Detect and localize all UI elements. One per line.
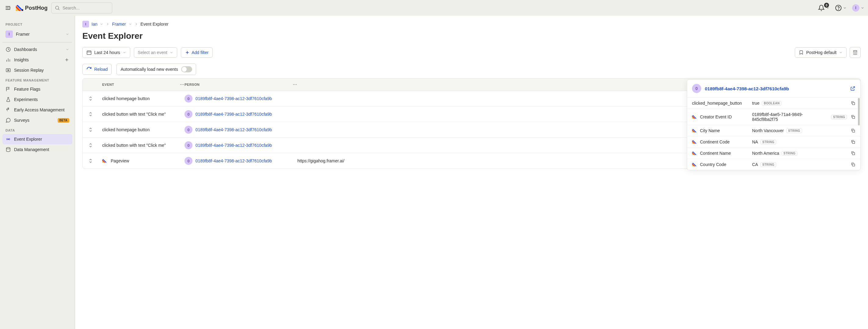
copy-button[interactable] xyxy=(850,101,856,106)
sidebar: PROJECT I Framer Dashboards Insights Ses… xyxy=(0,16,75,329)
header-person: PERSON xyxy=(185,83,199,86)
property-type-tag: STRING xyxy=(831,115,847,119)
saved-config-label: PostHog default xyxy=(806,50,837,55)
chevron-down-icon xyxy=(843,6,847,10)
auto-load-toggle[interactable] xyxy=(181,66,192,72)
project-switcher[interactable]: I Framer xyxy=(2,28,72,40)
page-title: Event Explorer xyxy=(82,31,861,41)
svg-rect-39 xyxy=(852,153,855,155)
expand-row-button[interactable] xyxy=(88,143,94,148)
sidebar-item-label: Surveys xyxy=(14,118,30,123)
open-external-icon[interactable] xyxy=(850,86,856,91)
saved-config-button[interactable]: PostHog default xyxy=(795,47,847,58)
expand-row-button[interactable] xyxy=(88,96,94,101)
event-name: clicked homepage button xyxy=(102,127,150,132)
sidebar-item-dashboards[interactable]: Dashboards xyxy=(2,44,72,55)
property-row: Creator Event ID0189fb8f-4ae5-71a4-9849-… xyxy=(687,109,860,125)
filters-row: Last 24 hours Select an event Add filter… xyxy=(82,47,861,58)
user-menu-button[interactable]: I xyxy=(852,4,864,11)
posthog-mini-icon xyxy=(692,151,696,155)
rocket-icon xyxy=(5,107,11,113)
hamburger-icon xyxy=(5,5,11,11)
copy-button[interactable] xyxy=(850,140,856,144)
svg-marker-15 xyxy=(8,69,9,71)
chevron-down-icon[interactable] xyxy=(128,22,132,26)
plus-icon xyxy=(185,50,190,55)
copy-button[interactable] xyxy=(850,162,856,167)
copy-button[interactable] xyxy=(850,115,856,119)
sidebar-item-early-access[interactable]: Early Access Management xyxy=(2,105,72,115)
property-value: North America xyxy=(752,151,779,156)
plus-icon[interactable] xyxy=(64,57,69,62)
svg-rect-40 xyxy=(852,164,855,166)
sidebar-item-surveys[interactable]: Surveys BETA xyxy=(2,115,72,125)
sidebar-item-event-explorer[interactable]: Event Explorer xyxy=(2,134,72,144)
menu-toggle-button[interactable] xyxy=(4,4,12,12)
svg-rect-3 xyxy=(22,9,23,11)
global-search-input[interactable]: Search... xyxy=(51,2,112,13)
sidebar-item-insights[interactable]: Insights xyxy=(2,55,72,65)
chevron-down-icon[interactable] xyxy=(100,22,103,26)
add-filter-button[interactable]: Add filter xyxy=(181,47,212,58)
property-key: Continent Name xyxy=(692,151,748,156)
person-id[interactable]: 0189fb8f-4ae4-7398-ac12-3df7610cfa9b xyxy=(195,96,272,101)
person-id[interactable]: 0189fb8f-4ae4-7398-ac12-3df7610cfa9b xyxy=(195,127,272,132)
sidebar-item-feature-flags[interactable]: Feature Flags xyxy=(2,84,72,94)
topbar: PostHog Search... 0 I xyxy=(0,0,868,16)
date-range-button[interactable]: Last 24 hours xyxy=(82,47,130,58)
person-chip[interactable]: 00189fb8f-4ae4-7398-ac12-3df7610cfa9b xyxy=(185,95,272,102)
reload-button[interactable]: Reload xyxy=(82,64,112,75)
svg-point-18 xyxy=(6,147,10,149)
svg-point-25 xyxy=(854,50,857,52)
auto-load-toggle-group: Automatically load new events xyxy=(117,63,196,75)
person-chip[interactable]: 00189fb8f-4ae4-7398-ac12-3df7610cfa9b xyxy=(185,157,272,165)
svg-point-29 xyxy=(293,84,294,85)
help-button[interactable] xyxy=(835,5,847,11)
person-id[interactable]: 0189fb8f-4ae4-7398-ac12-3df7610cfa9b xyxy=(195,158,272,163)
sidebar-item-experiments[interactable]: Experiments xyxy=(2,94,72,105)
property-type-tag: BOOLEAN xyxy=(762,101,781,106)
breadcrumb-org[interactable]: Ian xyxy=(92,22,97,27)
sidebar-item-label: Feature Flags xyxy=(14,87,40,92)
svg-point-31 xyxy=(296,84,297,85)
breadcrumb-page: Event Explorer xyxy=(141,22,169,27)
flag-icon xyxy=(5,86,11,92)
more-icon[interactable] xyxy=(292,82,298,87)
sidebar-item-label: Event Explorer xyxy=(14,137,42,142)
sidebar-section-project: PROJECT xyxy=(2,20,72,28)
expand-row-button[interactable] xyxy=(88,112,94,117)
person-chip[interactable]: 00189fb8f-4ae4-7398-ac12-3df7610cfa9b xyxy=(185,126,272,134)
sidebar-item-data-management[interactable]: Data Management xyxy=(2,144,72,155)
property-row: Country CodeCA STRING xyxy=(687,159,860,170)
chevron-down-icon xyxy=(123,51,126,54)
person-chip[interactable]: 00189fb8f-4ae4-7398-ac12-3df7610cfa9b xyxy=(185,141,272,149)
event-detail-panel: 0 0189fb8f-4ae4-7398-ac12-3df7610cfa9b c… xyxy=(687,79,861,170)
detail-person-id[interactable]: 0189fb8f-4ae4-7398-ac12-3df7610cfa9b xyxy=(705,86,789,91)
copy-button[interactable] xyxy=(850,151,856,156)
detail-scrollbar[interactable] xyxy=(858,98,860,125)
bell-icon xyxy=(818,5,825,11)
refresh-icon xyxy=(86,66,92,72)
person-chip[interactable]: 00189fb8f-4ae4-7398-ac12-3df7610cfa9b xyxy=(185,110,272,118)
breadcrumbs: I Ian Framer Event Explorer xyxy=(82,21,861,27)
person-id[interactable]: 0189fb8f-4ae4-7398-ac12-3df7610cfa9b xyxy=(195,112,272,117)
posthog-mini-icon xyxy=(692,129,696,132)
notifications-button[interactable]: 0 xyxy=(818,5,830,11)
breadcrumb-project[interactable]: Framer xyxy=(112,22,126,27)
chevron-right-icon xyxy=(134,22,138,26)
copy-button[interactable] xyxy=(850,128,856,133)
svg-rect-35 xyxy=(852,102,855,105)
expand-row-button[interactable] xyxy=(88,127,94,132)
posthog-mini-icon xyxy=(102,159,106,163)
person-id[interactable]: 0189fb8f-4ae4-7398-ac12-3df7610cfa9b xyxy=(195,143,272,148)
more-icon[interactable] xyxy=(180,82,185,87)
expand-row-button[interactable] xyxy=(88,158,94,163)
event-select-button[interactable]: Select an event xyxy=(134,47,178,58)
property-value: true xyxy=(752,101,760,106)
property-type-tag: STRING xyxy=(760,162,776,167)
posthog-logo[interactable]: PostHog xyxy=(16,5,48,11)
sidebar-item-session-replay[interactable]: Session Replay xyxy=(2,65,72,76)
columns-config-button[interactable] xyxy=(850,47,861,58)
svg-point-7 xyxy=(838,9,839,9)
svg-point-26 xyxy=(180,84,181,85)
